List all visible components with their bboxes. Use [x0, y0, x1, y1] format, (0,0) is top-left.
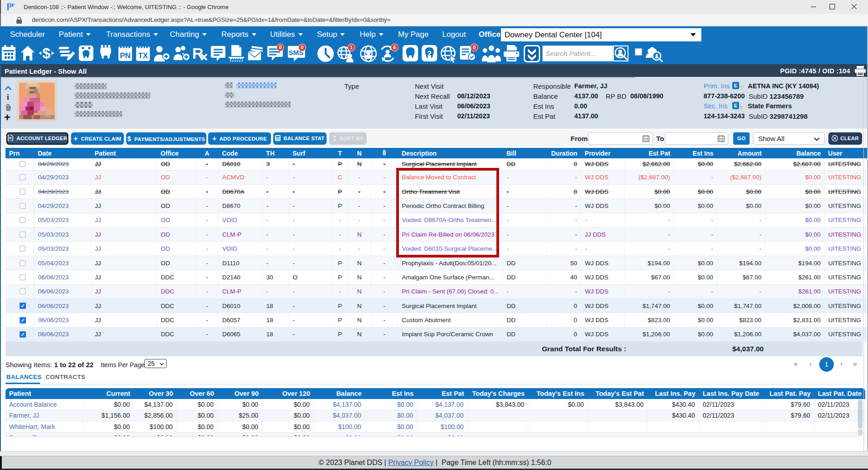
svg-text:$: $ [42, 45, 51, 61]
svg-text:E: E [734, 83, 737, 88]
svg-text:2: 2 [428, 50, 432, 58]
svg-text:?: ? [740, 105, 743, 110]
svg-text:E: E [734, 103, 737, 108]
svg-text:TX: TX [138, 51, 148, 60]
svg-text:?: ? [740, 85, 743, 90]
svg-text:PN: PN [120, 51, 131, 60]
